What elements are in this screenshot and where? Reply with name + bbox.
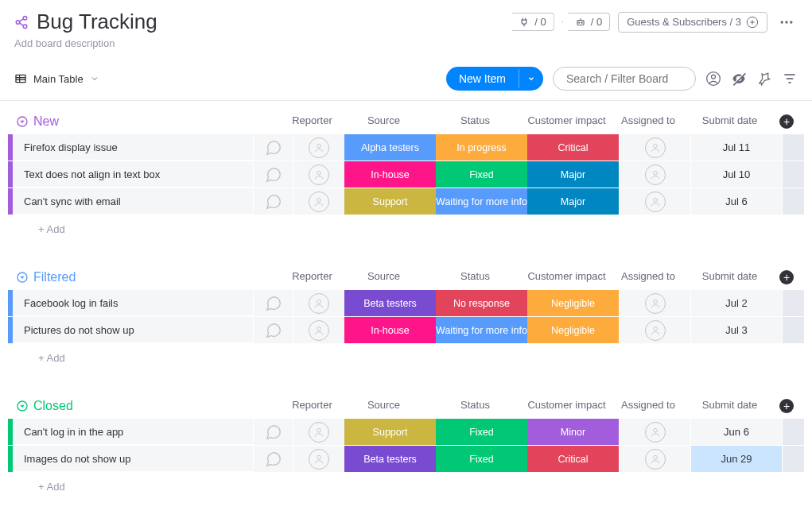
table-row[interactable]: Firefox display issueAlpha testersIn pro… <box>8 134 804 161</box>
more-menu[interactable] <box>775 11 798 33</box>
chat-cell[interactable] <box>253 188 293 215</box>
col-status[interactable]: Status <box>429 114 521 129</box>
assigned-cell[interactable] <box>619 188 690 215</box>
col-status[interactable]: Status <box>429 399 521 413</box>
table-row[interactable]: Can't log in in the appSupportFixedMinor… <box>8 419 804 445</box>
reporter-cell[interactable] <box>293 419 344 445</box>
impact-cell[interactable]: Major <box>527 161 619 188</box>
group-collapse[interactable] <box>14 269 30 285</box>
impact-cell[interactable]: Major <box>527 188 619 215</box>
assigned-cell[interactable] <box>619 134 690 161</box>
add-row[interactable]: + Add <box>8 473 804 500</box>
status-cell[interactable]: Fixed <box>436 161 527 188</box>
col-assigned[interactable]: Assigned to <box>612 114 684 129</box>
assigned-cell[interactable] <box>619 446 690 472</box>
impact-cell[interactable]: Critical <box>527 446 619 472</box>
source-cell[interactable]: Alpha testers <box>344 134 436 161</box>
reporter-cell[interactable] <box>293 134 344 161</box>
col-source[interactable]: Source <box>338 270 429 284</box>
group-collapse[interactable] <box>14 398 30 414</box>
group-title[interactable]: Filtered <box>33 270 76 284</box>
source-cell[interactable]: Support <box>344 188 436 215</box>
reporter-cell[interactable] <box>293 317 344 343</box>
impact-cell[interactable]: Negligible <box>527 317 619 343</box>
search-input[interactable] <box>553 67 696 91</box>
reporter-cell[interactable] <box>293 290 344 316</box>
item-name[interactable]: Pictures do not show up <box>13 317 253 343</box>
add-column[interactable]: + <box>775 399 798 413</box>
table-row[interactable]: Can't sync with emailSupportWaiting for … <box>8 188 804 215</box>
date-cell[interactable]: Jul 3 <box>690 317 782 343</box>
date-cell[interactable]: Jul 6 <box>690 188 782 215</box>
date-cell[interactable]: Jul 11 <box>690 134 782 161</box>
add-column[interactable]: + <box>775 270 798 284</box>
item-name[interactable]: Images do not show up <box>13 446 253 472</box>
board-description[interactable]: Add board description <box>0 37 812 60</box>
source-cell[interactable]: Beta testers <box>344 446 436 472</box>
group-title[interactable]: Closed <box>33 399 73 413</box>
chat-cell[interactable] <box>253 161 293 188</box>
chat-cell[interactable] <box>253 134 293 161</box>
table-row[interactable]: Images do not show upBeta testersFixedCr… <box>8 446 804 472</box>
status-cell[interactable]: In progress <box>436 134 527 161</box>
col-impact[interactable]: Customer impact <box>521 270 612 284</box>
view-selector[interactable]: Main Table <box>14 72 99 85</box>
pin-icon[interactable] <box>756 71 772 87</box>
chat-cell[interactable] <box>253 290 293 316</box>
col-source[interactable]: Source <box>338 114 429 129</box>
col-impact[interactable]: Customer impact <box>521 399 612 413</box>
col-reporter[interactable]: Reporter <box>286 114 338 129</box>
status-cell[interactable]: Waiting for more info <box>436 317 527 343</box>
date-cell[interactable]: Jun 6 <box>690 419 782 445</box>
group-collapse[interactable] <box>14 114 30 130</box>
item-name[interactable]: Facebook log in fails <box>13 290 253 316</box>
status-cell[interactable]: Fixed <box>436 419 527 445</box>
impact-cell[interactable]: Negligible <box>527 290 619 316</box>
col-reporter[interactable]: Reporter <box>286 399 338 413</box>
chat-cell[interactable] <box>253 419 293 445</box>
add-row[interactable]: + Add <box>8 344 804 371</box>
col-date[interactable]: Submit date <box>684 399 775 413</box>
reporter-cell[interactable] <box>293 161 344 188</box>
col-status[interactable]: Status <box>429 270 521 284</box>
col-assigned[interactable]: Assigned to <box>612 270 684 284</box>
source-cell[interactable]: Support <box>344 419 436 445</box>
group-title[interactable]: New <box>33 114 59 129</box>
table-row[interactable]: Text does not align in text boxIn-houseF… <box>8 161 804 188</box>
add-row[interactable]: + Add <box>8 215 804 242</box>
col-date[interactable]: Submit date <box>684 270 775 284</box>
status-cell[interactable]: Fixed <box>436 446 527 472</box>
table-row[interactable]: Pictures do not show upIn-houseWaiting f… <box>8 317 804 343</box>
integrations-chip[interactable]: / 0 <box>506 13 554 31</box>
item-name[interactable]: Firefox display issue <box>13 134 253 161</box>
source-cell[interactable]: Beta testers <box>344 290 436 316</box>
assigned-cell[interactable] <box>619 317 690 343</box>
item-name[interactable]: Can't sync with email <box>13 188 253 215</box>
date-cell[interactable]: Jul 10 <box>690 161 782 188</box>
assigned-cell[interactable] <box>619 419 690 445</box>
assigned-cell[interactable] <box>619 290 690 316</box>
add-column[interactable]: + <box>775 114 798 129</box>
item-name[interactable]: Text does not align in text box <box>13 161 253 188</box>
source-cell[interactable]: In-house <box>344 161 436 188</box>
new-item-button[interactable]: New Item <box>446 67 543 91</box>
reporter-cell[interactable] <box>293 446 344 472</box>
chat-cell[interactable] <box>253 317 293 343</box>
person-icon[interactable] <box>705 71 721 87</box>
assigned-cell[interactable] <box>619 161 690 188</box>
guests-chip[interactable]: Guests & Subscribers / 3 <box>618 12 767 33</box>
board-title[interactable]: Bug Tracking <box>37 10 157 34</box>
status-cell[interactable]: No response <box>436 290 527 316</box>
impact-cell[interactable]: Critical <box>527 134 619 161</box>
eye-off-icon[interactable] <box>731 71 747 87</box>
automations-chip[interactable]: / 0 <box>562 13 610 31</box>
impact-cell[interactable]: Minor <box>527 419 619 445</box>
filter-icon[interactable] <box>782 71 798 87</box>
col-source[interactable]: Source <box>338 399 429 413</box>
date-cell[interactable]: Jun 29 <box>690 446 782 472</box>
table-row[interactable]: Facebook log in failsBeta testersNo resp… <box>8 290 804 316</box>
status-cell[interactable]: Waiting for more info <box>436 188 527 215</box>
new-item-dropdown[interactable] <box>519 69 543 88</box>
col-date[interactable]: Submit date <box>684 114 775 129</box>
reporter-cell[interactable] <box>293 188 344 215</box>
